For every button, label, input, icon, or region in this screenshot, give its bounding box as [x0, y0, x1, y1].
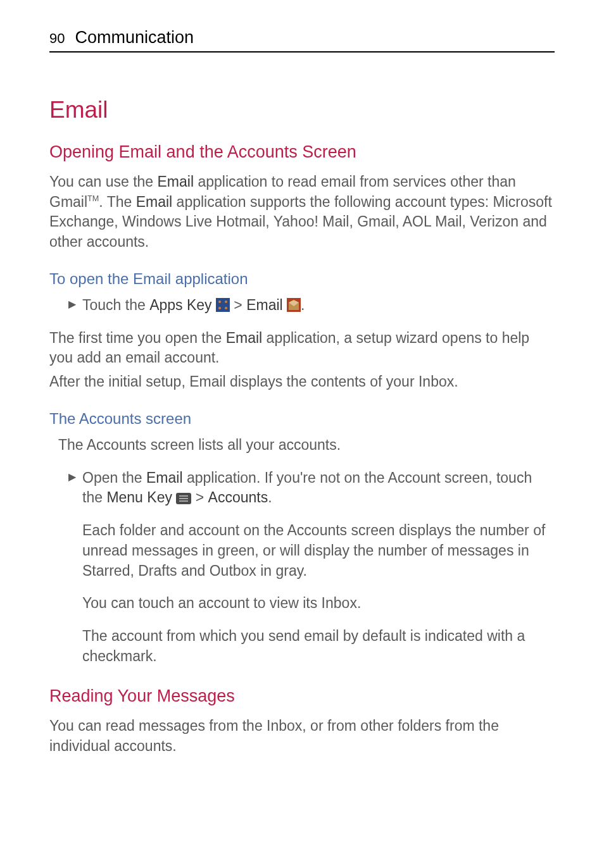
paragraph: The first time you open the Email applic… [49, 328, 555, 368]
page-title: Email [49, 97, 555, 123]
text-bold: Email [158, 173, 194, 190]
paragraph: You can touch an account to view its Inb… [49, 593, 555, 614]
text-bold: Apps Key [149, 297, 211, 313]
section-heading-reading: Reading Your Messages [49, 686, 555, 706]
text: . The [99, 194, 135, 210]
paragraph: The account from which you send email by… [49, 626, 555, 666]
bullet-marker-icon: ▶ [68, 297, 76, 311]
text: Touch the [82, 297, 149, 313]
subheading-open-email: To open the Email application [49, 270, 555, 288]
text-bold: Email [136, 194, 173, 210]
email-icon [287, 298, 301, 312]
subheading-accounts-screen: The Accounts screen [49, 410, 555, 428]
paragraph: The Accounts screen lists all your accou… [49, 435, 555, 456]
text-bold: Accounts [208, 489, 268, 505]
text: > [230, 297, 246, 313]
paragraph: Each folder and account on the Accounts … [49, 521, 555, 581]
svg-point-3 [218, 307, 221, 309]
apps-key-icon [216, 298, 230, 312]
paragraph: After the initial setup, Email displays … [49, 372, 555, 392]
svg-point-4 [225, 307, 227, 309]
svg-rect-11 [179, 500, 188, 502]
svg-point-1 [218, 301, 221, 303]
page-header: 90 Communication [49, 28, 555, 53]
text: The first time you open the [49, 330, 226, 346]
text: > [191, 489, 208, 505]
text-bold: Email [146, 469, 183, 486]
bullet-item: ▶ Open the Email application. If you're … [49, 468, 555, 508]
text-bold: Email [246, 297, 283, 313]
text-bold: Menu Key [106, 489, 172, 505]
text: . [268, 489, 272, 505]
text-bold: Email [226, 330, 263, 346]
trademark: TM [87, 194, 99, 203]
intro-paragraph: You can use the Email application to rea… [49, 172, 555, 252]
menu-key-icon [176, 493, 191, 504]
text: You can use the [49, 173, 158, 190]
svg-point-2 [225, 301, 227, 303]
section-heading-opening: Opening Email and the Accounts Screen [49, 142, 555, 162]
section-name: Communication [75, 28, 194, 47]
paragraph: You can read messages from the Inbox, or… [49, 716, 555, 756]
page-number: 90 [49, 30, 65, 47]
svg-rect-9 [179, 495, 188, 497]
bullet-marker-icon: ▶ [68, 470, 76, 484]
text: Open the [82, 469, 146, 486]
svg-rect-0 [216, 298, 230, 312]
text: . [301, 297, 305, 313]
svg-rect-10 [179, 498, 188, 499]
bullet-item: ▶ Touch the Apps Key > Email . [49, 295, 555, 316]
